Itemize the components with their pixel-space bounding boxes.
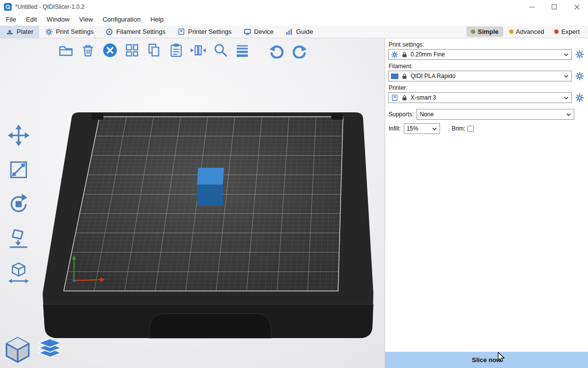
window-title: *Untitled - QIDISlicer-1.0.2 <box>15 3 84 10</box>
open-folder-button[interactable] <box>57 41 74 59</box>
plater-toolbar <box>57 41 308 59</box>
chevron-down-icon <box>431 125 438 132</box>
search-button[interactable] <box>211 41 229 59</box>
chevron-down-icon <box>565 111 572 118</box>
maximize-button[interactable] <box>543 0 565 14</box>
tab-guide[interactable]: Guide <box>279 26 319 38</box>
tab-bar: Plater Print Settings Filament Settings … <box>0 26 588 38</box>
delete-button[interactable] <box>79 41 97 59</box>
arrange-icon <box>124 42 140 58</box>
slice-now-button[interactable]: Slice now <box>385 352 588 368</box>
expert-dot-icon <box>554 29 559 34</box>
settings-sidebar: Print settings: 0.20mm Fine Filament: <box>385 38 588 368</box>
menu-view[interactable]: View <box>74 14 98 26</box>
move-icon <box>7 124 30 147</box>
undo-icon <box>269 42 285 58</box>
rotate-icon <box>7 193 30 215</box>
menu-bar: File Edit Window View Configuration Help <box>0 14 588 26</box>
layers-preview-button[interactable] <box>36 338 64 364</box>
filament-edit-button[interactable] <box>575 72 584 81</box>
mode-advanced[interactable]: Advanced <box>505 26 549 37</box>
gizmo-toolbar <box>6 123 31 286</box>
printer-edit-button[interactable] <box>575 93 584 103</box>
filament-label: Filament: <box>389 63 584 70</box>
tab-device[interactable]: Device <box>238 26 280 38</box>
paste-button[interactable] <box>167 41 185 59</box>
lock-icon <box>401 51 408 58</box>
printer-combo[interactable]: X-smart 3 <box>388 92 572 103</box>
open-folder-icon <box>58 42 74 58</box>
copy-icon <box>146 42 162 58</box>
3d-viewport[interactable] <box>0 38 385 368</box>
measure-gizmo-button[interactable] <box>6 260 31 286</box>
simple-dot-icon <box>471 29 475 34</box>
place-on-face-gizmo-button[interactable] <box>6 226 31 251</box>
variable-layer-height-icon <box>234 42 250 58</box>
filament-combo[interactable]: QIDI PLA Rapido <box>388 71 572 81</box>
menu-help[interactable]: Help <box>146 14 169 26</box>
tab-printer-settings[interactable]: Printer Settings <box>172 26 238 38</box>
tab-print-settings[interactable]: Print Settings <box>39 26 99 38</box>
brim-label: Brim: <box>452 125 466 132</box>
rotate-gizmo-button[interactable] <box>6 191 31 217</box>
bed-clip-right <box>331 113 343 120</box>
chevron-down-icon <box>563 73 570 80</box>
delete-icon <box>80 42 96 58</box>
search-icon <box>212 42 228 58</box>
menu-edit[interactable]: Edit <box>21 14 42 26</box>
infill-combo[interactable]: 15% <box>404 123 440 134</box>
title-bar: *Untitled - QIDISlicer-1.0.2 <box>0 0 588 14</box>
chevron-down-icon <box>563 51 570 58</box>
gear-icon <box>391 51 398 58</box>
paste-icon <box>168 42 184 58</box>
menu-window[interactable]: Window <box>42 14 74 26</box>
layers-preview-icon <box>36 338 64 364</box>
move-gizmo-button[interactable] <box>6 123 31 148</box>
mode-expert[interactable]: Expert <box>550 26 584 37</box>
supports-combo[interactable]: None <box>416 109 574 120</box>
close-button[interactable] <box>565 0 588 14</box>
gear-icon <box>575 93 584 102</box>
copy-button[interactable] <box>145 41 163 59</box>
tab-plater[interactable]: Plater <box>0 26 39 38</box>
split-button[interactable] <box>189 41 207 59</box>
tab-filament-settings[interactable]: Filament Settings <box>99 26 171 38</box>
arrange-button[interactable] <box>123 41 141 59</box>
lock-icon <box>401 94 408 102</box>
printer-icon <box>177 28 185 36</box>
menu-file[interactable]: File <box>1 14 21 26</box>
variable-layer-height-button[interactable] <box>233 41 251 59</box>
model-cube[interactable] <box>197 168 224 206</box>
delete-all-icon <box>102 42 118 58</box>
gear-icon <box>575 50 584 59</box>
menu-configuration[interactable]: Configuration <box>98 14 146 26</box>
brim-checkbox[interactable] <box>467 126 474 132</box>
print-settings-label: Print settings: <box>389 41 584 48</box>
view-mode-bar <box>4 336 64 364</box>
undo-button[interactable] <box>268 41 286 59</box>
print-settings-combo[interactable]: 0.20mm Fine <box>388 49 572 60</box>
filament-color-swatch <box>391 74 398 79</box>
3d-view-cube-icon <box>4 336 31 364</box>
delete-all-button[interactable] <box>101 41 119 59</box>
qidislicer-window: *Untitled - QIDISlicer-1.0.2 File Edit W… <box>0 0 588 368</box>
redo-icon <box>291 42 307 58</box>
3d-editor-view-button[interactable] <box>4 336 31 364</box>
scale-gizmo-button[interactable] <box>6 157 31 183</box>
printer-label: Printer: <box>389 84 584 91</box>
print-settings-edit-button[interactable] <box>575 50 584 59</box>
lock-icon <box>401 73 408 80</box>
scale-icon <box>7 158 30 181</box>
minimize-button[interactable] <box>520 0 543 14</box>
advanced-dot-icon <box>509 29 514 34</box>
guide-icon <box>285 28 293 36</box>
device-monitor-icon <box>244 28 251 36</box>
gear-icon <box>575 72 584 80</box>
supports-label: Supports: <box>389 111 414 118</box>
bed-scene[interactable] <box>0 38 385 368</box>
redo-button[interactable] <box>290 41 308 59</box>
place-on-face-icon <box>7 227 30 250</box>
chevron-down-icon <box>563 94 570 102</box>
printer-icon <box>391 94 398 102</box>
mode-simple[interactable]: Simple <box>466 26 503 37</box>
